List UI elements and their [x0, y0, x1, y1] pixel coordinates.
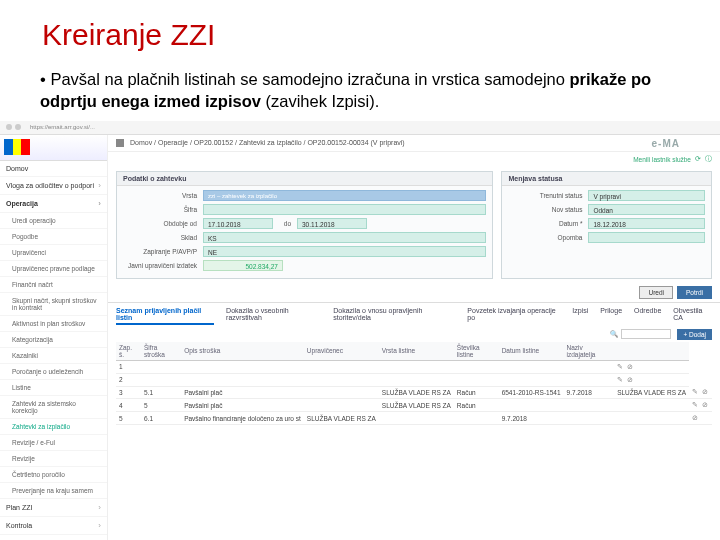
field-input[interactable]: Oddan — [588, 204, 705, 215]
table-row[interactable]: 45Pavšalni plačSLUŽBA VLADE RS ZARačun✎ … — [116, 399, 712, 412]
sidebar-item[interactable]: Poročanje o udeležencih — [0, 364, 107, 380]
field-input[interactable]: 30.11.2018 — [297, 218, 367, 229]
panel-request: Podatki o zahtevku Vrstazzi – zahtevek z… — [116, 171, 493, 279]
screenshot: https://emait.arr.gov.si/... e-MA DomovV… — [0, 121, 720, 540]
tab[interactable]: Povzetek izvajanja operacije po — [467, 307, 560, 325]
tab[interactable]: Odredbe — [634, 307, 661, 325]
sidebar-logo — [0, 135, 107, 161]
field-label: Zapiranje P/AVP/P — [123, 248, 203, 255]
field-input[interactable]: KS — [203, 232, 486, 243]
sidebar-item[interactable]: Aktivnost in plan stroškov — [0, 316, 107, 332]
sidebar-item[interactable]: Četrtletno poročilo — [0, 467, 107, 483]
panel-status: Menjava statusa Trenutni statusV priprav… — [501, 171, 712, 279]
table-row[interactable]: 35.1Pavšalni plačSLUŽBA VLADE RS ZARačun… — [116, 386, 712, 399]
info-icon[interactable]: ⓘ — [705, 155, 712, 164]
sidebar-item[interactable]: Zahtevki za sistemsko korekcijo — [0, 396, 107, 419]
sidebar-item[interactable]: Domov — [0, 161, 107, 177]
sidebar-item[interactable]: Kategorizacija — [0, 332, 107, 348]
browser-bar: https://emait.arr.gov.si/... — [0, 121, 720, 135]
field-label: Šifra — [123, 206, 203, 213]
field-input[interactable]: 17.10.2018 — [203, 218, 273, 229]
table-row[interactable]: 2✎ ⊘ — [116, 373, 712, 386]
field-input[interactable] — [588, 232, 705, 243]
tab[interactable]: Dokazila o vseobnih razvrstitvah — [226, 307, 321, 325]
browser-url: https://emait.arr.gov.si/... — [30, 124, 95, 130]
field-input[interactable] — [203, 204, 486, 215]
col-header[interactable]: Vrsta listine — [379, 342, 454, 361]
col-header[interactable]: Številka listine — [454, 342, 499, 361]
slide-title: Kreiranje ZZI — [42, 18, 684, 52]
row-actions: ⊘ — [689, 412, 712, 425]
table-row[interactable]: 56.1Pavšalno financiranje določeno za ur… — [116, 412, 712, 425]
panel-request-title: Podatki o zahtevku — [117, 172, 492, 186]
col-header[interactable]: Datum listine — [499, 342, 564, 361]
cancel-button[interactable]: Uredi — [639, 286, 673, 299]
field-label: Vrsta — [123, 192, 203, 199]
field-label: Trenutni status — [508, 192, 588, 199]
bullet-pre: Pavšal na plačnih listinah se samodejno … — [50, 70, 569, 88]
sidebar-item[interactable]: Upravičenci — [0, 245, 107, 261]
top-toolbar: Menili lastnik službe ⟳ ⓘ — [108, 152, 720, 167]
toolbar-right-text: Menili lastnik službe — [633, 156, 691, 163]
col-header[interactable]: Zap. š. — [116, 342, 141, 361]
sidebar-item[interactable]: Vloga za odločitev o podpori — [0, 177, 107, 195]
sidebar-item[interactable]: Zahtevki za izplačilo — [0, 419, 107, 435]
field-input[interactable]: V pripravi — [588, 190, 705, 201]
sidebar-item[interactable]: Revizije — [0, 451, 107, 467]
field-input[interactable]: 502.834,27 — [203, 260, 283, 271]
tab[interactable]: Seznam prijavljenih plačil listin — [116, 307, 214, 325]
sidebar-item[interactable]: Skupni načrt, skupni stroškov in kontrak… — [0, 293, 107, 316]
field-label: Opomba — [508, 234, 588, 241]
tab[interactable]: Izpisi — [572, 307, 588, 325]
row-actions: ✎ ⊘ — [689, 399, 712, 412]
tabs: Seznam prijavljenih plačil listinDokazil… — [108, 302, 720, 327]
col-header[interactable]: Upravičenec — [304, 342, 379, 361]
table-row[interactable]: 1✎ ⊘ — [116, 360, 712, 373]
app-logo-text: e-MA — [652, 138, 680, 149]
save-button[interactable]: Potrdi — [677, 286, 712, 299]
search-icon: 🔍 — [610, 330, 618, 338]
tab[interactable]: Dokazila o vnosu opravljenih storitev/de… — [333, 307, 455, 325]
sidebar-item[interactable]: Finančni načrt — [0, 277, 107, 293]
col-header[interactable] — [614, 342, 689, 361]
bullet-post: (zavihek Izpisi). — [261, 92, 379, 110]
sidebar-item[interactable]: Kontrola KPN — [0, 535, 107, 540]
field-label: Javni upravičeni izdatek — [123, 262, 203, 269]
sidebar-item[interactable]: Kontrola — [0, 517, 107, 535]
tab[interactable]: Obvestila CA — [673, 307, 712, 325]
sidebar-item[interactable]: Preverjanje na kraju samem — [0, 483, 107, 499]
sidebar-item[interactable]: Kazalniki — [0, 348, 107, 364]
sidebar-item[interactable]: Revizije / e-Ful — [0, 435, 107, 451]
sidebar-item[interactable]: Listine — [0, 380, 107, 396]
grid: Zap. š.Šifra stroškaOpis stroškaUpraviče… — [116, 342, 712, 426]
sidebar-item[interactable]: Uredi operacijo — [0, 213, 107, 229]
row-actions: ✎ ⊘ — [689, 386, 712, 399]
row-actions: ✎ ⊘ — [614, 360, 689, 373]
field-input[interactable]: zzi – zahtevek za izplačilo — [203, 190, 486, 201]
row-actions: ✎ ⊘ — [614, 373, 689, 386]
tab[interactable]: Priloge — [600, 307, 622, 325]
field-label: Datum * — [508, 220, 588, 227]
field-label: Obdobje od — [123, 220, 203, 227]
home-icon[interactable] — [116, 139, 124, 147]
field-input[interactable]: NE — [203, 246, 486, 257]
sidebar-item[interactable]: Operacija — [0, 195, 107, 213]
sidebar-item[interactable]: Upravičenec pravne podlage — [0, 261, 107, 277]
slide-bullet: Pavšal na plačnih listinah se samodejno … — [36, 68, 684, 113]
sidebar-item[interactable]: Plan ZZI — [0, 499, 107, 517]
col-header[interactable]: Naziv izdajatelja — [564, 342, 615, 361]
refresh-icon[interactable]: ⟳ — [695, 155, 701, 163]
col-header[interactable]: Opis stroška — [181, 342, 304, 361]
add-button[interactable]: + Dodaj — [677, 329, 712, 340]
grid-search[interactable]: 🔍 — [610, 329, 671, 339]
field-label: Nov status — [508, 206, 588, 213]
sidebar: DomovVloga za odločitev o podporiOperaci… — [0, 135, 108, 540]
col-header[interactable]: Šifra stroška — [141, 342, 181, 361]
field-input[interactable]: 18.12.2018 — [588, 218, 705, 229]
field-label: Sklad — [123, 234, 203, 241]
panel-status-title: Menjava statusa — [502, 172, 711, 186]
breadcrumb: Domov / Operacije / OP20.00152 / Zahtevk… — [108, 135, 720, 152]
sidebar-item[interactable]: Pogodbe — [0, 229, 107, 245]
